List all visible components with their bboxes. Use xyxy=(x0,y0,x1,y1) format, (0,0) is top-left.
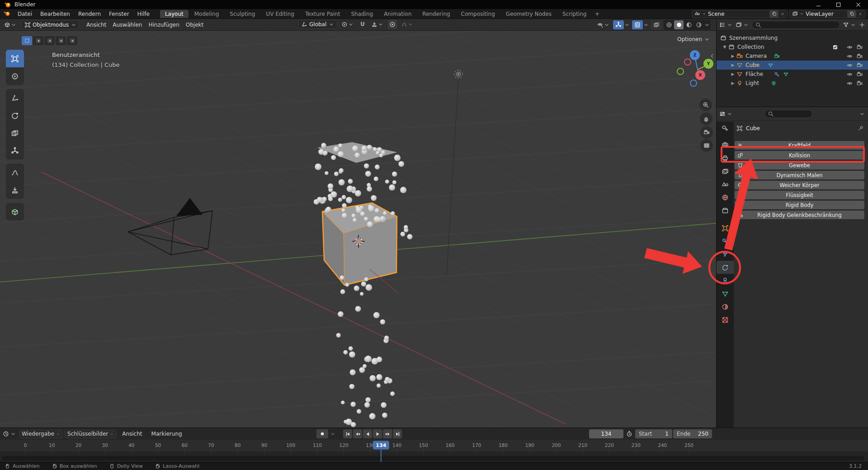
workspace-tab-modeling[interactable]: Modeling xyxy=(189,10,224,18)
outliner-item-label[interactable]: Cube xyxy=(745,62,760,68)
properties-tab-output[interactable] xyxy=(717,151,734,164)
tool-measure[interactable] xyxy=(6,181,24,199)
workspace-tab-compositing[interactable]: Compositing xyxy=(456,10,500,18)
select-mode-button-0[interactable] xyxy=(22,36,32,45)
current-frame-field[interactable]: 134 xyxy=(589,429,623,438)
tool-add-cube[interactable] xyxy=(6,203,24,221)
gizmos-dropdown[interactable] xyxy=(624,20,630,29)
options-dropdown[interactable]: Optionen xyxy=(677,36,710,42)
menu-fenster[interactable]: Fenster xyxy=(105,10,133,18)
viewport-menu-objekt[interactable]: Objekt xyxy=(183,21,207,29)
blender-app-menu-icon[interactable] xyxy=(4,11,11,17)
camera-view-button[interactable] xyxy=(700,126,713,139)
tool-move[interactable] xyxy=(6,89,24,107)
timeline-menu-markierung[interactable]: Markierung xyxy=(148,430,186,438)
outliner-row-fläche[interactable]: ▶Fläche xyxy=(717,70,868,79)
remove-viewlayer-button[interactable] xyxy=(858,12,863,16)
pivot-point-selector[interactable] xyxy=(340,20,355,29)
physics-button-weicher-k-rper[interactable]: Weicher Körper xyxy=(735,181,864,189)
shading-rendered-button[interactable] xyxy=(694,20,703,29)
properties-tab-tool[interactable] xyxy=(717,122,734,135)
select-mode-button-1[interactable] xyxy=(33,36,43,45)
outliner-row-light[interactable]: ▶Light xyxy=(717,79,868,88)
viewport-menu-ansicht[interactable]: Ansicht xyxy=(83,21,109,29)
workspace-tab-texture-paint[interactable]: Texture Paint xyxy=(300,10,345,18)
physics-button-kollision[interactable]: Kollision xyxy=(735,151,864,160)
outliner-item-label[interactable]: Camera xyxy=(745,53,767,59)
physics-button-fl-ssigkeit[interactable]: Flüssigkeit xyxy=(735,191,864,199)
properties-tab-particles[interactable] xyxy=(717,248,734,261)
tool-transform[interactable] xyxy=(6,142,24,160)
close-button[interactable] xyxy=(848,0,868,9)
transport-jump-start[interactable] xyxy=(343,429,352,438)
snap-target-selector[interactable] xyxy=(370,20,385,29)
workspace-tab-uv-editing[interactable]: UV Editing xyxy=(261,10,299,18)
tool-select-box[interactable] xyxy=(6,50,24,67)
pan-button[interactable] xyxy=(700,113,712,125)
workspace-tab-scripting[interactable]: Scripting xyxy=(557,10,591,18)
gizmos-toggle[interactable] xyxy=(613,20,624,29)
pin-icon[interactable] xyxy=(858,125,864,132)
workspace-tab-sculpting[interactable]: Sculpting xyxy=(225,10,260,18)
overlays-toggle[interactable] xyxy=(632,20,643,29)
new-collection-button[interactable] xyxy=(859,22,865,28)
properties-tab-scene[interactable] xyxy=(717,178,734,191)
timeline-ruler[interactable]: 0102030405060708090100110120130140150160… xyxy=(0,440,868,462)
new-scene-button[interactable] xyxy=(769,10,778,18)
eye-toggle[interactable] xyxy=(847,71,853,77)
editor-type-button[interactable] xyxy=(719,111,733,117)
outliner-row-szenensammlung[interactable]: Szenensammlung xyxy=(717,33,868,42)
xray-toggle[interactable] xyxy=(651,20,662,29)
gizmo-axis-z[interactable]: Z xyxy=(690,50,700,60)
properties-search-input[interactable] xyxy=(764,110,812,118)
workspace-tab-animation[interactable]: Animation xyxy=(379,10,416,18)
gizmo-axis-x[interactable]: X xyxy=(695,70,705,80)
menu-datei[interactable]: Datei xyxy=(14,10,36,18)
camera-toggle[interactable] xyxy=(857,62,863,68)
perspective-toggle-button[interactable] xyxy=(700,139,713,152)
select-mode-button-4[interactable] xyxy=(67,36,77,45)
filter-dropdown[interactable] xyxy=(843,22,856,28)
disclosure-triangle[interactable]: ▶ xyxy=(730,81,736,85)
properties-tab-texture[interactable] xyxy=(717,313,734,326)
physics-button-gewebe[interactable]: Gewebe xyxy=(735,161,864,169)
gizmo-axis-x-neg[interactable] xyxy=(684,58,691,66)
properties-tab-render[interactable] xyxy=(717,138,734,151)
disclosure-triangle[interactable]: ▶ xyxy=(730,63,736,67)
select-mode-button-2[interactable] xyxy=(44,36,55,45)
outliner-item-label[interactable]: Szenensammlung xyxy=(729,35,778,41)
eye-toggle[interactable] xyxy=(847,44,853,50)
shading-material-button[interactable] xyxy=(684,20,693,29)
workspace-tab-shading[interactable]: Shading xyxy=(346,10,378,18)
disclosure-triangle[interactable]: ▼ xyxy=(722,45,727,49)
outliner-item-label[interactable]: Fläche xyxy=(745,71,763,77)
outliner-item-label[interactable]: Collection xyxy=(737,44,764,50)
transport-next-key[interactable] xyxy=(383,429,392,438)
add-workspace-button[interactable]: + xyxy=(591,10,603,17)
transport-jump-end[interactable] xyxy=(393,429,402,438)
shading-wireframe-button[interactable] xyxy=(664,20,674,29)
gizmo-axis-z-neg[interactable] xyxy=(690,80,697,87)
disclosure-triangle[interactable]: ▶ xyxy=(730,54,736,58)
transport-prev-key[interactable] xyxy=(353,429,362,438)
camera-toggle[interactable] xyxy=(857,44,863,50)
keying-set-dropdown[interactable] xyxy=(329,429,336,438)
viewlayer-selector[interactable]: ViewLayer xyxy=(789,10,865,18)
physics-button-kraftfeld[interactable]: Kraftfeld xyxy=(735,141,864,150)
overlays-dropdown[interactable] xyxy=(643,20,649,29)
properties-tab-constraints[interactable] xyxy=(717,274,734,287)
proportional-falloff-selector[interactable] xyxy=(400,20,415,29)
display-mode-selector[interactable] xyxy=(736,22,749,28)
editor-type-button[interactable] xyxy=(3,20,18,29)
outliner-item-label[interactable]: Light xyxy=(745,80,759,86)
snap-toggle[interactable] xyxy=(358,20,367,29)
workspace-tab-layout[interactable]: Layout xyxy=(160,10,189,18)
gizmo-axis-y[interactable]: Y xyxy=(703,59,713,69)
camera-toggle[interactable] xyxy=(857,71,863,77)
checkbox-toggle[interactable] xyxy=(832,44,838,50)
minimize-button[interactable] xyxy=(808,0,828,9)
auto-keying-toggle[interactable] xyxy=(316,429,328,438)
end-frame-field[interactable]: Ende250 xyxy=(673,429,712,438)
eye-toggle[interactable] xyxy=(847,62,853,68)
scene-selector[interactable]: Scene xyxy=(692,10,788,18)
